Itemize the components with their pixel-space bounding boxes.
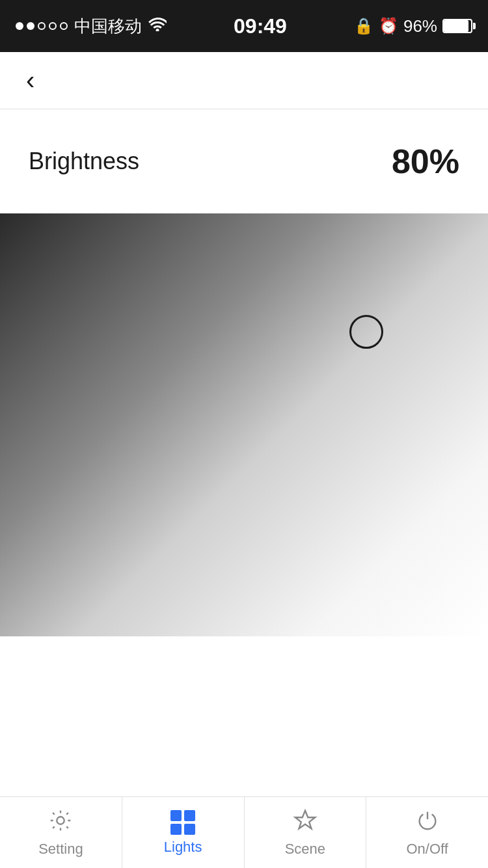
carrier-label: 中国移动 <box>74 15 142 38</box>
tab-setting-label: Setting <box>38 841 83 858</box>
signal-dot-4 <box>49 22 57 30</box>
svg-point-0 <box>57 817 64 824</box>
battery-icon <box>442 19 472 33</box>
status-right: 🔒 ⏰ 96% <box>354 16 472 36</box>
svg-marker-1 <box>295 810 315 828</box>
signal-dots <box>16 22 68 30</box>
back-button[interactable]: ‹ <box>20 59 41 102</box>
scene-icon <box>293 808 318 837</box>
brightness-label: Brightness <box>29 148 139 175</box>
signal-dot-5 <box>60 22 68 30</box>
tab-scene[interactable]: Scene <box>245 797 367 868</box>
tab-lights[interactable]: Lights <box>122 797 245 868</box>
signal-dot-1 <box>16 22 23 30</box>
tab-onoff[interactable]: On/Off <box>366 797 488 868</box>
nav-bar: ‹ <box>0 52 488 109</box>
grid-cell-3 <box>170 824 182 835</box>
tab-onoff-label: On/Off <box>406 841 448 858</box>
grid-cell-1 <box>170 810 182 821</box>
grid-cell-2 <box>184 810 195 821</box>
tab-bar: Setting Lights Scene On <box>0 796 488 868</box>
tab-scene-label: Scene <box>285 841 325 858</box>
status-left: 中国移动 <box>16 15 167 38</box>
status-bar: 中国移动 09:49 🔒 ⏰ 96% <box>0 0 488 52</box>
battery-label: 96% <box>403 16 437 36</box>
lock-icon: 🔒 <box>354 17 373 35</box>
alarm-icon: ⏰ <box>379 17 398 35</box>
tab-setting[interactable]: Setting <box>0 797 122 868</box>
color-picker-area[interactable] <box>0 213 488 636</box>
tab-lights-label: Lights <box>164 839 202 856</box>
main-content: Brightness 80% <box>0 109 488 636</box>
brightness-value: 80% <box>392 142 459 181</box>
signal-dot-3 <box>38 22 46 30</box>
brightness-row: Brightness 80% <box>0 109 488 213</box>
grid-cell-4 <box>184 824 195 835</box>
battery-fill <box>444 20 468 32</box>
lights-icon <box>170 810 195 835</box>
onoff-icon <box>415 808 440 837</box>
status-time: 09:49 <box>234 14 287 38</box>
signal-dot-2 <box>27 22 34 30</box>
setting-icon <box>48 808 73 837</box>
picker-cursor[interactable] <box>349 315 383 349</box>
wifi-icon <box>148 17 167 35</box>
